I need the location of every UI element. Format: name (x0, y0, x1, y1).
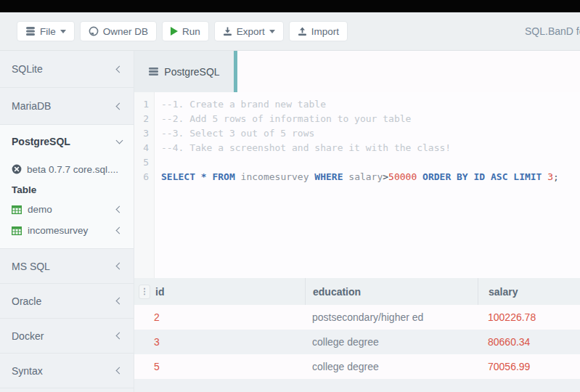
column-menu-button[interactable]: ⋮ (139, 285, 150, 299)
table-row[interactable]: 3college degree80660.34 (134, 330, 580, 354)
chevron-left-icon (116, 367, 123, 375)
chevron-left-icon (116, 206, 123, 213)
table-cell: college degree (305, 354, 478, 379)
sidebar-item-label: Docker (12, 330, 117, 342)
import-button[interactable]: Import (289, 21, 348, 41)
table-group-heading: Table (0, 180, 134, 199)
tab-label: PostgreSQL (164, 66, 219, 78)
table-cell: 3 (134, 330, 305, 354)
table-cell: postsecondary/higher ed (305, 305, 478, 330)
connection-label: beta 0.7.7 core.sql.... (27, 164, 118, 175)
code-line[interactable]: --1. Create a brand new table (161, 97, 580, 112)
export-button-label: Export (237, 26, 265, 37)
file-button[interactable]: File (17, 21, 75, 41)
column-header-label: education (313, 286, 361, 298)
toolbar: File Owner DB Run Export Import SQL.BanD… (0, 12, 580, 51)
sidebar-table-incomesurvey[interactable]: incomesurvey (0, 220, 134, 241)
editor-gutter: 123456 (134, 92, 155, 278)
globe-icon (89, 26, 99, 36)
line-number: 4 (134, 141, 154, 155)
chevron-down-icon (269, 30, 275, 33)
sidebar-item-mssql[interactable]: MS SQL (0, 249, 134, 284)
column-header-label: salary (489, 286, 518, 298)
line-number: 6 (134, 170, 154, 184)
results-body: 2postsecondary/higher ed100226.783colleg… (134, 305, 580, 379)
sidebar-section-postgresql: PostgreSQL beta 0.7.7 core.sql.... Table… (0, 125, 134, 249)
table-row[interactable]: 2postsecondary/higher ed100226.78 (134, 305, 580, 330)
download-icon (223, 27, 232, 36)
sql-editor[interactable]: 123456 --1. Create a brand new table--2.… (134, 92, 580, 278)
column-header-label: id (155, 286, 164, 298)
chevron-left-icon (116, 102, 123, 110)
chevron-left-icon (116, 332, 123, 340)
chevron-left-icon (116, 65, 123, 73)
sidebar: SQLite MariaDB PostgreSQL beta 0.7.7 cor… (0, 51, 134, 392)
run-button[interactable]: Run (162, 21, 209, 41)
column-header-education[interactable]: education (305, 278, 478, 305)
database-icon (148, 67, 159, 76)
active-tab-accent (234, 51, 237, 92)
code-area[interactable]: --1. Create a brand new table--2. Add 5 … (134, 92, 580, 184)
chevron-down-icon (60, 30, 66, 33)
play-icon (171, 27, 178, 36)
sidebar-item-label: MariaDB (12, 100, 117, 112)
column-header-id[interactable]: ⋮ id (134, 278, 305, 305)
results-header: ⋮ id education salary (134, 278, 580, 305)
upload-icon (298, 27, 307, 36)
line-number: 2 (134, 112, 154, 126)
table-cell: 80660.34 (478, 330, 580, 354)
line-number: 1 (134, 97, 154, 112)
code-line[interactable]: --2. Add 5 rows of information to your t… (161, 112, 580, 126)
owner-db-button-label: Owner DB (103, 26, 148, 37)
export-button[interactable]: Export (214, 21, 284, 41)
sidebar-table-label: incomesurvey (28, 225, 111, 236)
file-button-label: File (40, 26, 56, 37)
table-cell: 70056.99 (478, 354, 580, 379)
table-cell: 100226.78 (478, 305, 580, 330)
column-header-salary[interactable]: salary (478, 278, 580, 305)
chevron-down-icon (116, 137, 123, 144)
chevron-left-icon (116, 227, 123, 234)
sidebar-item-sqlite[interactable]: SQLite (0, 51, 134, 88)
chevron-left-icon (116, 298, 123, 305)
table-icon (12, 205, 22, 214)
code-line[interactable] (161, 155, 580, 170)
line-number: 3 (134, 126, 154, 141)
sidebar-item-label: SQLite (12, 63, 117, 75)
kebab-icon: ⋮ (141, 287, 149, 296)
top-black-bar (0, 0, 580, 12)
sidebar-item-label: MS SQL (12, 261, 117, 272)
sidebar-item-syntax[interactable]: Syntax (0, 354, 134, 388)
sidebar-item-oracle[interactable]: Oracle (0, 284, 134, 319)
close-circle-icon (12, 164, 22, 174)
sidebar-item-postgresql[interactable]: PostgreSQL (0, 125, 134, 158)
table-cell: 2 (134, 305, 305, 330)
connection-item[interactable]: beta 0.7.7 core.sql.... (0, 158, 134, 180)
run-button-label: Run (182, 26, 200, 37)
tab-postgresql[interactable]: PostgreSQL (134, 51, 234, 92)
code-line[interactable]: --3. Select 3 out of 5 rows (161, 126, 580, 141)
table-cell: 5 (134, 354, 305, 379)
database-icon (25, 26, 36, 36)
table-row[interactable]: 5college degree70056.99 (134, 354, 580, 379)
line-number: 5 (134, 155, 154, 170)
app-title: SQL.BanD fo (525, 12, 580, 50)
table-cell: college degree (305, 330, 478, 354)
sidebar-table-label: demo (28, 204, 111, 215)
sidebar-item-label: Oracle (12, 295, 117, 307)
sidebar-table-demo[interactable]: demo (0, 199, 134, 220)
import-button-label: Import (311, 26, 339, 37)
tab-bar: PostgreSQL (134, 51, 580, 92)
sidebar-item-label: Syntax (12, 365, 117, 377)
main-area: PostgreSQL 123456 --1. Create a brand ne… (134, 51, 580, 392)
sidebar-item-label: PostgreSQL (12, 136, 117, 147)
chevron-left-icon (116, 263, 123, 270)
sidebar-item-mariadb[interactable]: MariaDB (0, 88, 134, 125)
code-line[interactable]: --4. Take a screenshot and share it with… (161, 141, 580, 155)
owner-db-button[interactable]: Owner DB (80, 21, 157, 41)
code-line[interactable]: SELECT * FROM incomesurvey WHERE salary>… (161, 170, 580, 184)
table-icon (12, 226, 22, 235)
sidebar-item-docker[interactable]: Docker (0, 319, 134, 354)
